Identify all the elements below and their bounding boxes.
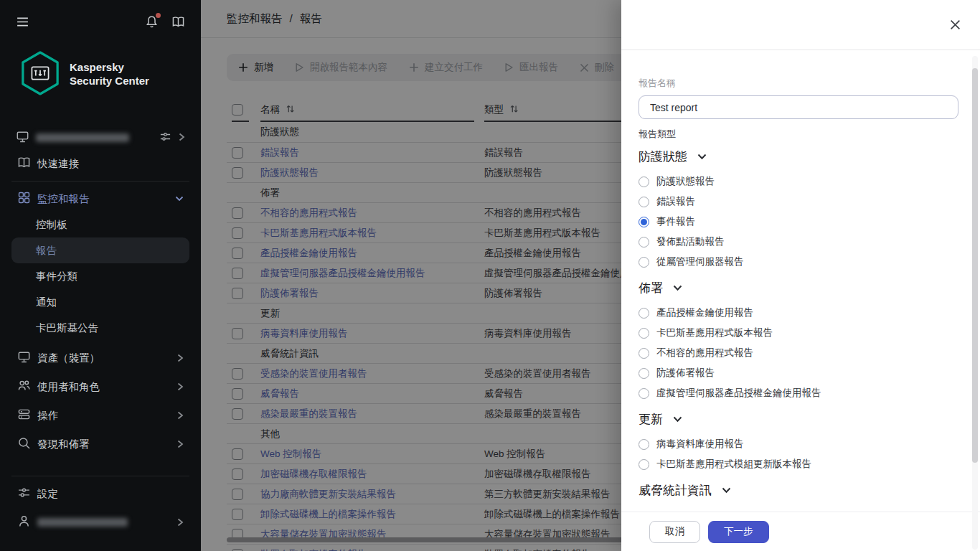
chevron-down-icon — [697, 150, 707, 163]
option-label: 產品授權金鑰使用報告 — [656, 306, 753, 319]
open-book-icon — [171, 15, 185, 32]
cancel-button[interactable]: 取消 — [649, 521, 700, 543]
modal-scrollbar[interactable] — [972, 68, 978, 463]
report-type-option[interactable]: 不相容的應用程式報告 — [639, 343, 958, 363]
server-monitor-icon — [16, 130, 29, 146]
notifications-button[interactable] — [145, 15, 159, 32]
chevron-right-icon — [176, 440, 184, 448]
radio-button[interactable] — [639, 308, 649, 319]
sidebar-item-label: 設定 — [37, 487, 58, 501]
report-type-option[interactable]: 卡巴斯基應用程式模組更新版本報告 — [639, 454, 958, 474]
sidebar-item-operations[interactable]: 操作 — [0, 402, 201, 428]
option-label: 錯誤報告 — [656, 195, 695, 208]
server-settings-sliders-icon[interactable] — [159, 131, 171, 146]
drawers-icon — [17, 408, 31, 423]
radio-button[interactable] — [639, 176, 649, 187]
monitor-icon — [17, 350, 31, 366]
sidebar-item-discovery-deployment[interactable]: 發現和佈署 — [0, 431, 201, 457]
next-button[interactable]: 下一步 — [708, 521, 769, 543]
sidebar-item-users-roles[interactable]: 使用者和角色 — [0, 374, 201, 400]
users-icon — [17, 379, 31, 395]
radio-button[interactable] — [639, 348, 649, 359]
radio-button[interactable] — [639, 459, 649, 470]
close-button[interactable] — [948, 19, 961, 32]
hamburger-icon — [16, 15, 29, 32]
radio-button[interactable] — [639, 368, 649, 379]
radio-button[interactable] — [639, 257, 649, 268]
sidebar-item-label: 監控和報告 — [37, 192, 90, 206]
panel-body: 報告名稱 報告類型 防護狀態防護狀態報告錯誤報告事件報告發佈點活動報告從屬管理伺… — [621, 51, 980, 512]
report-type-section-header[interactable]: 防護狀態 — [639, 146, 958, 166]
sidebar-item-reports[interactable]: 報告 — [11, 237, 189, 263]
sidebar-item-label: 使用者和角色 — [37, 380, 100, 394]
report-type-option[interactable]: 錯誤報告 — [639, 192, 958, 212]
brand-line1: Kaspersky — [70, 61, 149, 75]
option-label: 不相容的應用程式報告 — [656, 347, 753, 359]
chevron-down-icon — [673, 281, 682, 294]
chevron-down-icon — [722, 484, 731, 496]
username-redacted — [37, 518, 128, 527]
option-label: 從屬管理伺服器報告 — [656, 255, 744, 268]
radio-button[interactable] — [639, 197, 649, 207]
modal-scrollbar-track — [972, 56, 978, 550]
sidebar-item-label: 操作 — [37, 409, 58, 423]
sidebar-item-monitoring-reports[interactable]: 監控和報告 — [0, 186, 201, 212]
report-type-section-header[interactable]: 佈署 — [639, 278, 958, 298]
chevron-down-icon — [175, 196, 184, 202]
sidebar-item-label: 快速連接 — [37, 157, 79, 171]
report-type-label: 報告類型 — [639, 128, 958, 141]
search-icon — [17, 436, 31, 452]
sidebar-item-event-selections[interactable]: 事件分類 — [11, 263, 189, 289]
section-title: 防護狀態 — [639, 149, 687, 165]
kaspersky-hexagon-icon — [20, 51, 60, 98]
chevron-right-icon — [176, 382, 184, 391]
section-title: 佈署 — [639, 280, 663, 296]
help-docs-button[interactable] — [171, 15, 185, 32]
person-icon — [17, 514, 31, 530]
sidebar-item-kaspersky-announcements[interactable]: 卡巴斯基公告 — [11, 315, 189, 341]
section-title: 威脅統計資訊 — [639, 482, 712, 499]
report-type-option[interactable]: 事件報告 — [639, 212, 958, 232]
sidebar-item-label: 資產（裝置） — [37, 352, 100, 365]
report-type-section-header[interactable]: 更新 — [639, 409, 958, 429]
section-options: 病毒資料庫使用報告卡巴斯基應用程式模組更新版本報告 — [639, 434, 958, 474]
report-type-option[interactable]: 虛擬管理伺服器產品授權金鑰使用報告 — [639, 383, 958, 403]
report-type-option[interactable]: 防護佈署報告 — [639, 363, 958, 383]
section-options: 產品授權金鑰使用報告卡巴斯基應用程式版本報告不相容的應用程式報告防護佈署報告虛擬… — [639, 303, 958, 403]
section-options: 防護狀態報告錯誤報告事件報告發佈點活動報告從屬管理伺服器報告 — [639, 171, 958, 272]
sidebar-item-server[interactable] — [0, 125, 201, 151]
brand-line2: Security Center — [70, 75, 149, 88]
server-name-redacted — [36, 133, 129, 142]
new-report-panel: 報告名稱 報告類型 防護狀態防護狀態報告錯誤報告事件報告發佈點活動報告從屬管理伺… — [621, 0, 980, 551]
hamburger-menu-button[interactable] — [16, 15, 29, 32]
report-type-option[interactable]: 從屬管理伺服器報告 — [639, 252, 958, 272]
radio-button[interactable] — [639, 237, 649, 248]
sidebar-item-user-account[interactable] — [0, 509, 201, 535]
sidebar-item-label: 卡巴斯基公告 — [36, 321, 98, 335]
option-label: 發佈點活動報告 — [656, 235, 725, 248]
divider — [11, 181, 189, 182]
report-type-option[interactable]: 病毒資料庫使用報告 — [639, 434, 958, 454]
radio-button[interactable] — [639, 328, 649, 339]
report-type-option[interactable]: 發佈點活動報告 — [639, 232, 958, 252]
sidebar-item-notifications[interactable]: 通知 — [11, 289, 189, 315]
report-type-option[interactable]: 卡巴斯基應用程式版本報告 — [639, 323, 958, 343]
panel-footer: 取消 下一步 — [621, 512, 980, 551]
report-type-section-header[interactable]: 威脅統計資訊 — [639, 480, 958, 500]
report-name-input[interactable] — [639, 95, 958, 119]
sidebar-item-assets-devices[interactable]: 資產（裝置） — [0, 345, 201, 371]
sidebar-item-quick-links[interactable]: 快速連接 — [0, 151, 201, 176]
report-type-option[interactable]: 防護狀態報告 — [639, 171, 958, 192]
chevron-right-icon — [176, 354, 184, 362]
app-window: Kaspersky Security Center 快速連接 — [0, 0, 980, 551]
sidebar-item-dashboard[interactable]: 控制板 — [11, 212, 189, 237]
report-name-label: 報告名稱 — [639, 77, 958, 90]
sidebar-item-settings[interactable]: 設定 — [0, 481, 201, 507]
radio-button[interactable] — [639, 439, 649, 450]
report-type-option[interactable]: 產品授權金鑰使用報告 — [639, 303, 958, 323]
chevron-right-icon — [176, 411, 184, 420]
report-type-sections: 防護狀態防護狀態報告錯誤報告事件報告發佈點活動報告從屬管理伺服器報告佈署產品授權… — [639, 146, 958, 500]
radio-button[interactable] — [639, 388, 649, 399]
radio-button[interactable] — [639, 217, 649, 227]
option-label: 卡巴斯基應用程式版本報告 — [656, 326, 773, 339]
